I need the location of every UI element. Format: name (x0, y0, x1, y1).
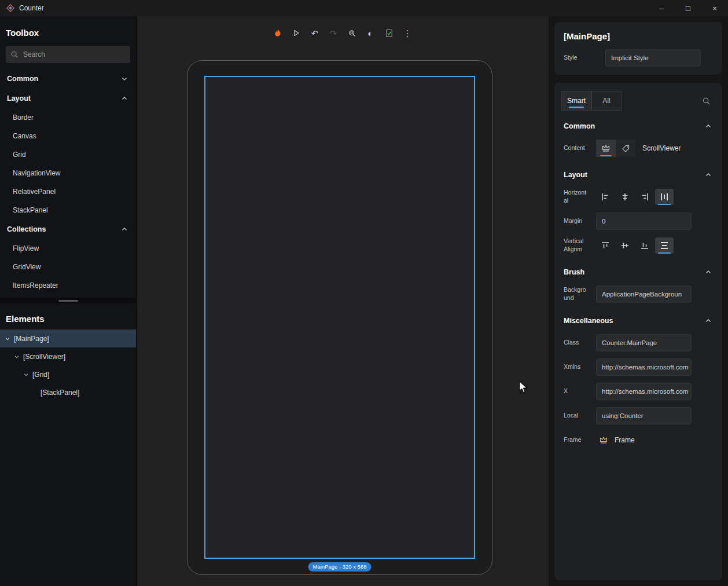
control-type-icon (601, 143, 611, 153)
xmlns-field[interactable]: http://schemas.microsoft.com (596, 358, 692, 376)
zoom-selection-button[interactable] (344, 25, 359, 41)
hot-reload-button[interactable] (270, 25, 285, 41)
element-tree-item-scrollviewer[interactable]: [ScrollViewer] (0, 347, 136, 365)
class-field[interactable]: Counter.MainPage (596, 334, 692, 351)
toolbox-section-common[interactable]: Common (0, 69, 136, 89)
minimize-button[interactable]: – (648, 0, 675, 16)
play-icon (292, 28, 301, 38)
element-tree-item-grid[interactable]: [Grid] (0, 365, 136, 383)
chevron-up-icon (121, 95, 128, 102)
align-right-button[interactable] (635, 189, 654, 205)
properties-card: Smart All Common (554, 83, 722, 580)
toolbox-section-collections[interactable]: Collections (0, 219, 136, 239)
style-field[interactable]: Implicit Style (605, 49, 701, 67)
background-field[interactable]: ApplicationPageBackgroun (596, 285, 692, 303)
toolbox-section-layout[interactable]: Layout (0, 89, 136, 108)
tab-label: Smart (567, 97, 586, 105)
toolbox-item-navigationview[interactable]: NavigationView (0, 164, 136, 182)
align-bottom-icon (639, 240, 650, 251)
more-options-button[interactable]: ⋮ (400, 25, 415, 41)
tree-item-label: [MainPage] (14, 335, 49, 343)
local-field[interactable]: using:Counter (596, 407, 692, 424)
margin-label: Margin (564, 217, 587, 225)
stretch-horizontal-button[interactable] (655, 189, 674, 205)
tab-all[interactable]: All (591, 91, 622, 111)
toolbox-item-flipview[interactable]: FlipView (0, 239, 136, 258)
toolbox-panel: Toolbox Common Layout Border Ca (0, 16, 137, 586)
undo-button[interactable]: ↶ (307, 25, 322, 41)
undo-icon: ↶ (311, 29, 319, 38)
property-row-background: Background ApplicationPageBackgroun (560, 285, 715, 303)
margin-field[interactable]: 0 (596, 213, 692, 230)
tag-icon (621, 144, 631, 153)
align-left-icon (600, 192, 611, 202)
x-field[interactable]: http://schemas.microsoft.com (596, 383, 692, 400)
content-tag-button[interactable] (616, 140, 635, 157)
element-tree-item-mainpage[interactable]: [MainPage] (0, 329, 136, 347)
toolbox-search-input[interactable] (23, 50, 126, 58)
design-page-surface[interactable] (204, 76, 475, 559)
toolbox-item-grid[interactable]: Grid (0, 145, 136, 164)
section-brush-header[interactable]: Brush (560, 260, 715, 284)
zoom-selection-icon (347, 28, 357, 38)
align-right-icon (639, 192, 650, 202)
local-label: Local (564, 412, 587, 420)
theme-toggle-button[interactable]: ◐ (363, 25, 378, 41)
close-icon: × (712, 4, 717, 13)
element-tree-item-stackpanel[interactable]: [StackPanel] (0, 383, 136, 401)
property-row-class: Class Counter.MainPage (560, 334, 715, 351)
play-button[interactable] (289, 25, 304, 41)
properties-search-button[interactable] (698, 93, 714, 109)
toolbox-item-gridview[interactable]: GridView (0, 258, 136, 276)
toolbox-item-border[interactable]: Border (0, 108, 136, 127)
window-title: Counter (19, 4, 44, 12)
content-type-button[interactable] (596, 140, 616, 157)
section-label: Brush (564, 268, 584, 276)
theme-toggle-icon: ◐ (367, 29, 373, 38)
app-icon (6, 4, 14, 12)
vertical-alignment-label: Vertical Alignm (564, 237, 587, 253)
panel-splitter[interactable] (0, 298, 136, 303)
properties-panel: [MainPage] Style Implicit Style Smart Al… (549, 16, 728, 586)
align-center-horizontal-icon (620, 192, 630, 202)
toolbox-item-itemsrepeater[interactable]: ItemsRepeater (0, 276, 136, 295)
section-layout-header[interactable]: Layout (560, 163, 715, 187)
search-icon (702, 97, 711, 105)
validate-button[interactable] (381, 25, 396, 41)
section-miscellaneous-header[interactable]: Miscellaneous (560, 309, 715, 333)
section-common-header[interactable]: Common (560, 114, 715, 138)
align-bottom-button[interactable] (635, 237, 654, 254)
tree-item-label: [ScrollViewer] (23, 353, 65, 361)
toolbox-item-canvas[interactable]: Canvas (0, 127, 136, 145)
frame-value: Frame (615, 436, 635, 444)
window-controls: – □ × (648, 0, 728, 16)
align-center-vertical-button[interactable] (616, 237, 634, 254)
property-row-vertical-alignment: Vertical Alignm (560, 237, 715, 254)
align-top-button[interactable] (596, 237, 615, 254)
maximize-button[interactable]: □ (675, 0, 701, 16)
app-window: Counter – □ × Toolbox Common (0, 0, 728, 586)
redo-icon: ↷ (330, 29, 337, 38)
chevron-up-icon (705, 269, 712, 276)
chevron-up-icon (121, 226, 128, 233)
toolbox-item-relativepanel[interactable]: RelativePanel (0, 182, 136, 201)
tab-smart[interactable]: Smart (561, 91, 591, 111)
elements-title: Elements (0, 303, 136, 329)
maximize-icon: □ (686, 4, 690, 13)
canvas-toolbar: ↶ ↷ ◐ ⋮ (270, 25, 415, 41)
close-button[interactable]: × (701, 0, 728, 16)
chevron-down-icon (23, 372, 29, 378)
redo-button[interactable]: ↷ (326, 25, 341, 41)
align-left-button[interactable] (596, 189, 615, 205)
align-center-horizontal-button[interactable] (616, 189, 634, 205)
toolbox-search[interactable] (6, 46, 130, 63)
chevron-up-icon (705, 317, 712, 324)
property-row-x: X http://schemas.microsoft.com (560, 383, 715, 400)
chevron-down-icon (5, 336, 10, 342)
tab-label: All (602, 97, 610, 105)
stretch-vertical-button[interactable] (655, 237, 674, 254)
control-type-icon (598, 435, 609, 445)
toolbox-item-stackpanel[interactable]: StackPanel (0, 201, 136, 219)
section-label: Common (564, 122, 595, 130)
stretch-vertical-icon (659, 240, 670, 251)
